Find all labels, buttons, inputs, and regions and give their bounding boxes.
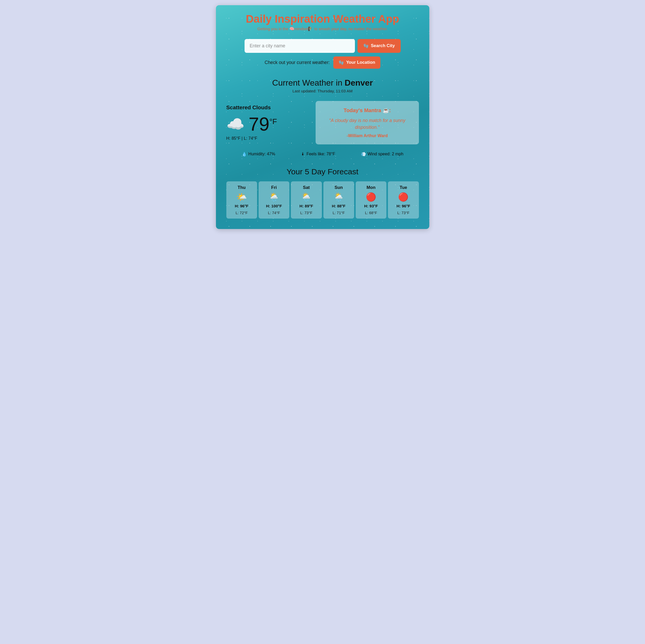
forecast-weather-icon: 🔴 [398, 193, 409, 201]
search-section: 🧤 Search City Check out your current wea… [226, 39, 419, 69]
location-button-label: Your Location [346, 60, 375, 65]
forecast-high: H: 96°F [397, 204, 410, 208]
forecast-weather-icon: 🌦️ [301, 193, 311, 201]
humidity-icon: 💧 [242, 152, 247, 157]
forecast-low: L: 74°F [268, 211, 280, 215]
forecast-low: L: 71°F [333, 211, 345, 215]
humidity-detail: 💧 Humidity: 47% [242, 152, 275, 157]
low-temp: L: 74°F [244, 136, 257, 141]
forecast-high: H: 96°F [235, 204, 248, 208]
forecast-high: H: 88°F [332, 204, 346, 208]
forecast-high: H: 100°F [266, 204, 282, 208]
forecast-card: Tue 🔴 H: 96°F L: 73°F [388, 181, 419, 219]
mantra-box: Today's Mantra ☕: "A cloudy day is no ma… [315, 101, 419, 145]
mantra-quote: "A cloudy day is no match for a sunny di… [321, 117, 413, 131]
condition-label: Scattered Clouds [226, 104, 311, 111]
forecast-day-label: Sat [303, 185, 309, 190]
forecast-weather-icon: 🔴 [366, 193, 376, 201]
current-weather-prefix: Current Weather in [272, 78, 345, 87]
feels-like-detail: 🌡 Feels like: 78°F [301, 152, 335, 157]
wind-icon: 💨 [361, 152, 366, 157]
location-row: Check out your current weather: 🧤 Your L… [265, 56, 380, 69]
wind-value: Wind speed: 2 mph [368, 152, 404, 156]
search-button-label: Search City [371, 43, 395, 48]
forecast-day-label: Mon [367, 185, 376, 190]
forecast-day-label: Thu [238, 185, 246, 190]
forecast-card: Thu 🌤️ H: 96°F L: 72°F [226, 181, 257, 219]
forecast-weather-icon: 🌦️ [334, 193, 344, 201]
forecast-day-label: Sun [335, 185, 343, 190]
forecast-card: Sun 🌦️ H: 88°F L: 71°F [324, 181, 354, 219]
app-container: Daily Inspiration Weather App Getting yo… [216, 5, 429, 229]
forecast-day-label: Fri [271, 185, 276, 190]
mantra-heading: Today's Mantra ☕: [321, 107, 413, 114]
feels-like-value: Feels like: 78°F [306, 152, 335, 156]
hi-lo-separator: | [240, 136, 244, 141]
temp-unit: °F [269, 118, 277, 126]
forecast-low: L: 68°F [365, 211, 377, 215]
search-input[interactable] [245, 39, 355, 53]
temp-number: 79 [249, 114, 269, 135]
app-title: Daily Inspiration Weather App [226, 13, 419, 25]
feels-like-icon: 🌡 [301, 152, 305, 156]
forecast-weather-icon: 🌦️ [269, 193, 279, 201]
forecast-low: L: 72°F [235, 211, 248, 215]
mantra-author: -William Arthur Ward [321, 134, 413, 138]
weather-details: 💧 Humidity: 47% 🌡 Feels like: 78°F 💨 Win… [226, 152, 419, 157]
forecast-card: Sat 🌦️ H: 89°F L: 73°F [291, 181, 321, 219]
wind-detail: 💨 Wind speed: 2 mph [361, 152, 404, 157]
location-button[interactable]: 🧤 Your Location [333, 56, 380, 69]
forecast-card: Fri 🌦️ H: 100°F L: 74°F [259, 181, 289, 219]
current-weather-city: Denver [345, 78, 373, 87]
forecast-low: L: 73°F [397, 211, 410, 215]
location-button-icon: 🧤 [339, 60, 344, 65]
high-temp: H: 85°F [226, 136, 240, 141]
humidity-value: Humidity: 47% [248, 152, 275, 156]
forecast-card: Mon 🔴 H: 93°F L: 68°F [356, 181, 386, 219]
forecast-high: H: 89°F [299, 204, 313, 208]
forecast-weather-icon: 🌤️ [236, 193, 247, 201]
forecast-grid: Thu 🌤️ H: 96°F L: 72°F Fri 🌦️ H: 100°F L… [226, 181, 419, 219]
search-button[interactable]: 🧤 Search City [358, 39, 400, 53]
weather-main: Scattered Clouds ☁️ 79°F H: 85°F | L: 74… [226, 101, 419, 145]
temperature-value: 79°F [249, 115, 277, 134]
last-updated: Last updated: Thursday, 11:03 AM [226, 89, 419, 93]
current-weather-heading: Current Weather in Denver [226, 78, 419, 88]
search-button-icon: 🧤 [363, 43, 369, 49]
cloud-icon: ☁️ [226, 116, 245, 133]
temp-row: ☁️ 79°F [226, 115, 311, 134]
location-label: Check out your current weather: [265, 60, 330, 65]
hi-lo: H: 85°F | L: 74°F [226, 136, 311, 141]
forecast-day-label: Tue [400, 185, 407, 190]
weather-left: Scattered Clouds ☁️ 79°F H: 85°F | L: 74… [226, 101, 311, 145]
forecast-title: Your 5 Day Forecast [226, 167, 419, 176]
search-row: 🧤 Search City [245, 39, 401, 53]
forecast-low: L: 73°F [300, 211, 312, 215]
app-subtitle: Getting you in the 🧠mindset🧗 to smash yo… [226, 26, 419, 31]
forecast-high: H: 93°F [364, 204, 378, 208]
